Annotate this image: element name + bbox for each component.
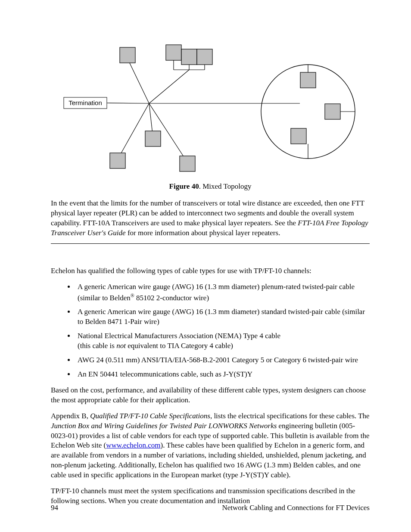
svg-line-10: [149, 70, 189, 103]
svg-rect-23: [325, 104, 340, 119]
page-footer: 94 Network Cabling and Connections for F…: [51, 503, 370, 513]
svg-rect-5: [110, 153, 125, 168]
list-item: AWG 24 (0.511 mm) ANSI/TIA/EIA-568-B.2-2…: [75, 355, 370, 365]
echelon-link[interactable]: www.echelon.com: [106, 441, 160, 449]
paragraph-after-figure: In the event that the limits for the num…: [51, 199, 370, 238]
figure-caption: Figure 40. Mixed Topology: [51, 182, 370, 192]
intro-sentence: Echelon has qualified the following type…: [51, 266, 370, 276]
svg-rect-25: [291, 128, 306, 144]
svg-line-1: [107, 103, 149, 103]
document-page: Termination: [0, 0, 411, 532]
paragraph-appendix: Appendix B, Qualified TP/FT-10 Cable Spe…: [51, 411, 370, 481]
list-item: A generic American wire gauge (AWG) 16 (…: [75, 307, 370, 327]
svg-rect-21: [300, 72, 316, 88]
svg-rect-13: [166, 45, 181, 60]
list-item: National Electrical Manufacturers Associ…: [75, 331, 370, 351]
svg-rect-9: [180, 156, 195, 171]
section-divider: [51, 243, 370, 244]
paragraph-based-on: Based on the cost, performance, and avai…: [51, 386, 370, 405]
page-number: 94: [51, 503, 58, 513]
topology-diagram: Termination: [51, 40, 370, 177]
svg-rect-3: [120, 47, 135, 63]
footer-title: Network Cabling and Connections for FT D…: [222, 503, 370, 513]
cable-type-list: A generic American wire gauge (AWG) 16 (…: [51, 282, 370, 380]
svg-line-4: [118, 103, 149, 159]
figure-label: Figure 40: [169, 182, 199, 190]
list-item: An EN 50441 telecommunications cable, su…: [75, 370, 370, 380]
svg-rect-7: [145, 131, 161, 146]
svg-rect-17: [197, 49, 212, 65]
svg-line-2: [128, 59, 149, 103]
svg-rect-15: [181, 49, 197, 65]
termination-label: Termination: [68, 99, 102, 106]
list-item: A generic American wire gauge (AWG) 16 (…: [75, 282, 370, 303]
figure-caption-text: . Mixed Topology: [199, 182, 252, 190]
